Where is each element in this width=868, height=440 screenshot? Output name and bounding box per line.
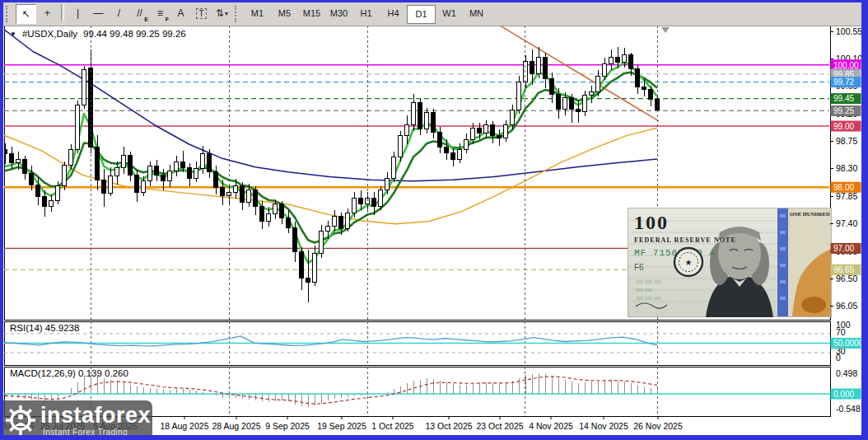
bill-denomination: 100	[634, 212, 669, 233]
svg-text:100 100 100: 100 100 100	[636, 296, 661, 301]
candle-body	[201, 153, 205, 169]
candle-body	[517, 82, 521, 110]
candle-body	[16, 159, 21, 162]
candle-body	[405, 125, 409, 136]
candle-body	[352, 199, 357, 213]
date-label: 26 Nov 2025	[633, 421, 683, 431]
candle-body	[247, 190, 251, 203]
candle-body	[432, 113, 436, 133]
candle-body	[208, 153, 212, 171]
vertical-line-tool-button[interactable]: |	[68, 4, 87, 22]
candle-body	[412, 103, 416, 125]
timeframe-button-m1[interactable]: M1	[244, 5, 271, 22]
horizontal-line-tool-button[interactable]: —	[89, 4, 108, 22]
fibonacci-tool-button[interactable]: ≡F	[151, 4, 170, 22]
timeframe-button-m30[interactable]: M30	[325, 5, 352, 22]
svg-text:★: ★	[685, 258, 693, 267]
svg-text:100 100 100: 100 100 100	[636, 279, 661, 284]
arrows-dropdown-icon[interactable]: ▾	[225, 10, 228, 17]
candle-body	[122, 156, 126, 168]
candle-body	[240, 186, 245, 203]
candle-body	[234, 186, 238, 192]
drawing-tools-group: ↖+|—///E≡FAT⇅▾	[15, 4, 232, 24]
candle-body	[3, 149, 7, 153]
fibonacci-icon-sub: F	[166, 16, 169, 22]
toolbar: ↖+|—///E≡FAT⇅▾ M1M5M15M30H1H4D1W1MN	[3, 2, 861, 26]
fibonacci-icon: ≡	[157, 7, 163, 19]
candle-body	[464, 139, 469, 149]
candle-body	[563, 98, 567, 109]
candle-body	[43, 196, 47, 207]
bill-top-right-text: ONE HUNDRED	[790, 211, 830, 217]
bill-title: FEDERAL RESERVE NOTE	[634, 236, 736, 244]
timeframe-button-h1[interactable]: H1	[352, 5, 380, 22]
crosshair-tool-button[interactable]: +	[38, 4, 57, 22]
cursor-tool-button[interactable]: ↖	[16, 4, 36, 24]
candle-body	[484, 125, 488, 133]
candle-body	[642, 87, 646, 90]
bill-security-stripe	[777, 208, 788, 316]
candle-body	[379, 190, 383, 207]
text-icon: A	[177, 7, 184, 19]
candle-body	[530, 61, 534, 73]
cursor-icon: ↖	[21, 8, 30, 20]
horizontal-line-icon: —	[94, 7, 104, 19]
candle-body	[339, 217, 343, 229]
candle-body	[155, 166, 159, 175]
rsi-indicator-label: RSI(14) 45.9238	[10, 323, 79, 333]
timeframes-group: M1M5M15M30H1H4D1W1MN	[244, 5, 490, 24]
candle-body	[260, 207, 264, 221]
svg-text:100 100: 100 100	[636, 288, 652, 293]
timeframe-button-mn[interactable]: MN	[463, 5, 490, 22]
toolbar-grip-2[interactable]	[235, 6, 240, 22]
candle-body	[142, 181, 146, 192]
candle-body	[372, 199, 376, 207]
candle-body	[23, 159, 27, 174]
macd-indicator-label: MACD(12,26,9) 0.139 0.260	[10, 368, 128, 378]
instaforex-watermark: instaforex Instant Forex Trading	[0, 400, 152, 440]
candle-body	[82, 70, 86, 105]
candle-body	[280, 204, 284, 218]
candle-body	[221, 187, 225, 195]
candle-body	[550, 78, 554, 94]
date-label: 18 Aug 2025	[161, 421, 209, 431]
arrows-tool-button[interactable]: ⇅▾	[212, 4, 231, 22]
candle-body	[544, 58, 548, 78]
date-label: 14 Nov 2025	[579, 421, 628, 431]
text-tool-button[interactable]: A	[171, 4, 190, 22]
timeframe-button-d1[interactable]: D1	[407, 5, 436, 24]
crosshair-icon: +	[44, 7, 50, 19]
toolbar-grip[interactable]	[6, 6, 12, 22]
candle-body	[524, 61, 528, 82]
candle-body	[128, 156, 133, 176]
candle-body	[333, 217, 337, 227]
candle-body	[102, 180, 106, 193]
trendline-tool-button[interactable]: /	[110, 4, 128, 22]
date-label: 4 Nov 2025	[529, 421, 573, 431]
candle-body	[49, 201, 54, 207]
candle-body	[168, 171, 172, 181]
candle-body	[254, 190, 258, 207]
watermark-tagline: Instant Forex Trading	[43, 428, 151, 437]
candle-body	[576, 109, 581, 111]
bill-plate: F6	[634, 263, 644, 272]
candle-body	[214, 172, 218, 188]
timeframe-button-w1[interactable]: W1	[436, 5, 463, 22]
candle-body	[616, 58, 620, 63]
chart-symbol-label: #USDX,Daily	[22, 29, 77, 39]
candle-body	[445, 147, 449, 152]
candle-body	[491, 125, 495, 136]
timeframe-button-h4[interactable]: H4	[380, 5, 407, 22]
candle-body	[471, 129, 475, 139]
date-label: 23 Oct 2025	[476, 421, 523, 431]
candle-body	[603, 63, 607, 76]
instaforex-gear-icon	[5, 405, 36, 436]
text-label-tool-button[interactable]: T	[192, 4, 211, 22]
federal-reserve-seal: ★	[674, 248, 702, 276]
equidistant-channel-tool-button[interactable]: //E	[130, 4, 149, 22]
candle-body	[649, 89, 653, 99]
symbol-dropdown-caret[interactable]: ▼	[10, 30, 16, 38]
timeframe-button-m15[interactable]: M15	[298, 5, 325, 22]
dollar-bill-image: 100 FEDERAL RESERVE NOTE MF 71569899 A F…	[628, 208, 832, 317]
timeframe-button-m5[interactable]: M5	[271, 5, 298, 22]
